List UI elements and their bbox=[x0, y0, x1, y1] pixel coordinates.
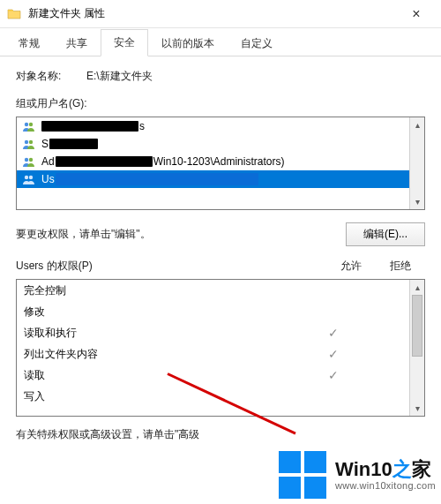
scrollbar[interactable]: ▴ ▾ bbox=[409, 280, 424, 416]
group-item[interactable]: Ad Win10-1203\Administrators) bbox=[17, 153, 409, 170]
group-item[interactable]: s bbox=[17, 117, 409, 135]
permission-name: 列出文件夹内容 bbox=[24, 347, 310, 362]
advanced-hint: 有关特殊权限或高级设置，请单击"高级 bbox=[16, 427, 425, 442]
groups-label: 组或用户名(G): bbox=[16, 96, 425, 111]
svg-point-1 bbox=[29, 123, 33, 126]
tab-previous-versions[interactable]: 以前的版本 bbox=[148, 30, 228, 56]
group-text: Win10-1203\Administrators) bbox=[153, 155, 285, 168]
edit-button[interactable]: 编辑(E)... bbox=[346, 222, 425, 246]
scroll-down-icon[interactable]: ▾ bbox=[410, 401, 424, 416]
group-icon bbox=[22, 121, 36, 132]
folder-icon bbox=[7, 7, 21, 21]
tab-sharing[interactable]: 共享 bbox=[53, 30, 101, 56]
tab-general[interactable]: 常规 bbox=[5, 30, 53, 56]
scroll-up-icon[interactable]: ▴ bbox=[410, 280, 424, 295]
svg-point-4 bbox=[25, 158, 28, 162]
object-name-label: 对象名称: bbox=[16, 69, 86, 84]
watermark-brand: Win10之家 bbox=[335, 459, 436, 480]
watermark-url: www.win10xitong.com bbox=[335, 480, 436, 491]
permission-allow-check-icon bbox=[310, 368, 356, 382]
permission-row: 列出文件夹内容 bbox=[17, 343, 409, 365]
permission-row: 完全控制 bbox=[17, 280, 409, 301]
permission-name: 修改 bbox=[24, 305, 310, 320]
object-name-value: E:\新建文件夹 bbox=[86, 69, 425, 84]
permission-row: 写入 bbox=[17, 386, 409, 407]
permission-allow-check-icon bbox=[310, 326, 356, 340]
group-icon bbox=[22, 156, 36, 167]
group-icon bbox=[22, 174, 36, 184]
redacted-selected bbox=[56, 173, 258, 185]
group-text: Us bbox=[41, 173, 55, 185]
tabs: 常规 共享 安全 以前的版本 自定义 bbox=[0, 28, 441, 56]
windows-logo-icon bbox=[279, 451, 326, 499]
permissions-header: Users 的权限(P) 允许 拒绝 bbox=[16, 259, 425, 274]
redacted-text bbox=[41, 121, 138, 132]
permission-name: 写入 bbox=[24, 389, 310, 404]
svg-point-3 bbox=[29, 140, 33, 144]
permission-name: 完全控制 bbox=[24, 283, 310, 298]
watermark: Win10之家 www.win10xitong.com bbox=[279, 451, 436, 499]
group-text: Ad bbox=[41, 155, 55, 168]
svg-point-0 bbox=[25, 123, 28, 126]
group-item[interactable]: S bbox=[17, 135, 409, 153]
svg-point-5 bbox=[29, 158, 33, 162]
scroll-down-icon[interactable]: ▾ bbox=[410, 194, 424, 209]
redacted-text bbox=[56, 156, 153, 167]
permission-row: 读取和执行 bbox=[17, 322, 409, 343]
content: 对象名称: E:\新建文件夹 组或用户名(G): s bbox=[0, 56, 441, 442]
group-item-selected[interactable]: Us bbox=[17, 170, 409, 188]
edit-row: 要更改权限，请单击"编辑"。 编辑(E)... bbox=[16, 222, 425, 246]
tab-security[interactable]: 安全 bbox=[101, 29, 148, 56]
close-button[interactable]: × bbox=[399, 0, 434, 28]
group-text: S bbox=[41, 138, 49, 150]
svg-point-2 bbox=[25, 140, 28, 144]
permission-row: 修改 bbox=[17, 301, 409, 322]
permissions-allow-header: 允许 bbox=[326, 259, 376, 274]
window-title: 新建文件夹 属性 bbox=[28, 6, 399, 21]
groups-listbox[interactable]: s S bbox=[16, 117, 425, 210]
redacted-text bbox=[49, 139, 98, 149]
scroll-thumb[interactable] bbox=[412, 295, 422, 357]
permissions-listbox[interactable]: 完全控制 修改 读取和执行 列出文件夹内容 读取 bbox=[16, 279, 425, 417]
permissions-deny-header: 拒绝 bbox=[376, 259, 425, 274]
group-icon bbox=[22, 139, 36, 149]
group-text: s bbox=[139, 120, 145, 132]
edit-hint: 要更改权限，请单击"编辑"。 bbox=[16, 227, 346, 242]
scroll-up-icon[interactable]: ▴ bbox=[410, 117, 424, 132]
svg-point-7 bbox=[29, 176, 33, 179]
scrollbar[interactable]: ▴ ▾ bbox=[409, 117, 424, 209]
permission-name: 读取 bbox=[24, 368, 310, 383]
permission-allow-check-icon bbox=[310, 347, 356, 361]
permission-row: 读取 bbox=[17, 365, 409, 386]
permissions-title: Users 的权限(P) bbox=[16, 259, 326, 274]
object-name-row: 对象名称: E:\新建文件夹 bbox=[16, 69, 425, 84]
tab-customize[interactable]: 自定义 bbox=[228, 30, 286, 56]
permission-name: 读取和执行 bbox=[24, 326, 310, 341]
titlebar: 新建文件夹 属性 × bbox=[0, 0, 441, 28]
svg-point-6 bbox=[25, 176, 28, 179]
